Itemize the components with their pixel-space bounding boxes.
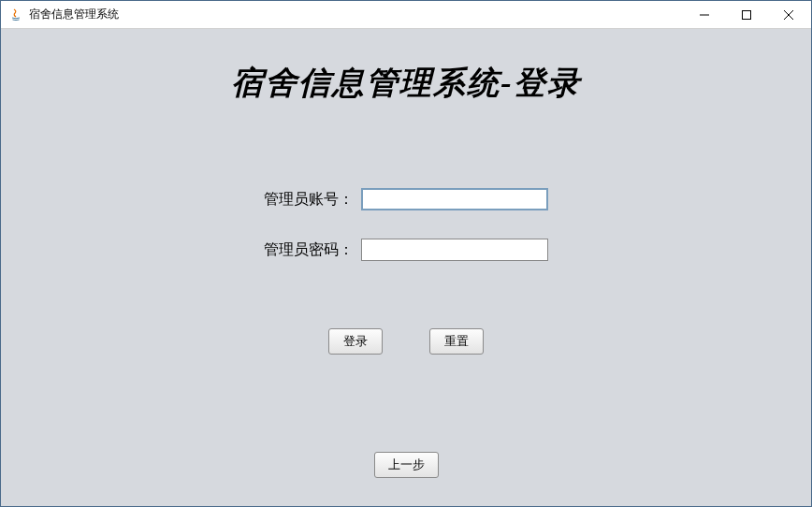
login-button[interactable]: 登录 <box>328 328 383 355</box>
svg-rect-1 <box>742 10 750 19</box>
page-title: 宿舍信息管理系统-登录 <box>1 62 811 105</box>
action-buttons: 登录 重置 <box>1 328 811 355</box>
java-app-icon <box>8 7 23 22</box>
window-title: 宿舍信息管理系统 <box>29 7 683 22</box>
back-button[interactable]: 上一步 <box>374 452 439 478</box>
password-row: 管理员密码： <box>264 239 548 261</box>
username-row: 管理员账号： <box>264 188 548 210</box>
password-input[interactable] <box>361 239 548 261</box>
password-label: 管理员密码： <box>264 240 354 260</box>
minimize-button[interactable] <box>683 1 725 28</box>
back-row: 上一步 <box>1 452 811 478</box>
content-area: 宿舍信息管理系统-登录 管理员账号： 管理员密码： 登录 重置 上一步 <box>1 29 811 506</box>
reset-button[interactable]: 重置 <box>429 328 484 355</box>
app-window: 宿舍信息管理系统 宿舍信息管理系统-登录 管理员账号： 管理员密码： <box>0 0 812 507</box>
titlebar: 宿舍信息管理系统 <box>1 1 811 29</box>
username-label: 管理员账号： <box>264 190 354 210</box>
window-controls <box>683 1 809 28</box>
username-input[interactable] <box>361 188 548 210</box>
login-form: 管理员账号： 管理员密码： <box>1 188 811 289</box>
maximize-button[interactable] <box>725 1 767 28</box>
close-button[interactable] <box>767 1 809 28</box>
